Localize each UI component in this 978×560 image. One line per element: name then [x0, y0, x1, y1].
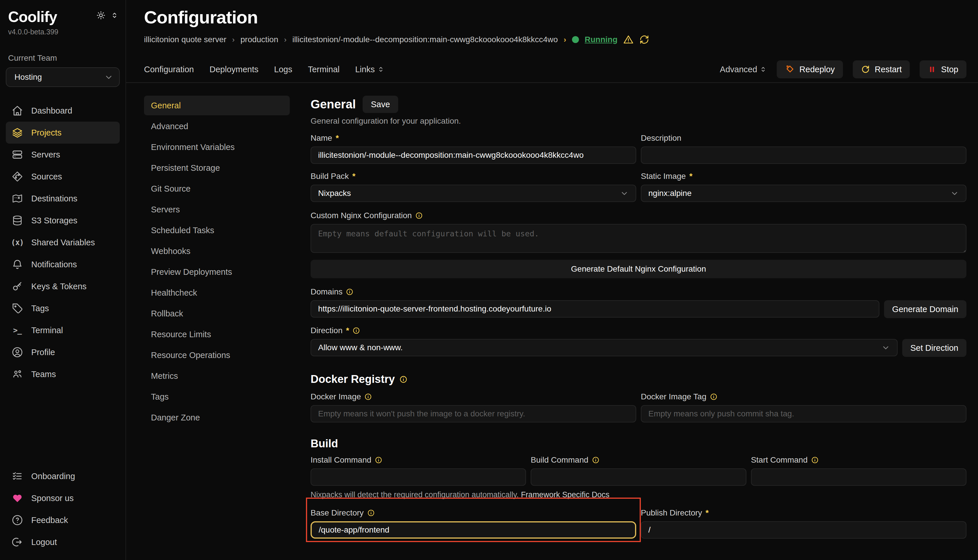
- app-version: v4.0.0-beta.399: [6, 25, 120, 36]
- info-icon[interactable]: [592, 456, 600, 464]
- sidebar-item-destinations[interactable]: Destinations: [6, 188, 120, 210]
- description-input[interactable]: [641, 147, 966, 164]
- custom-nginx-textarea[interactable]: [311, 224, 966, 253]
- breadcrumb-application[interactable]: illicitestonion/-module--decomposition:m…: [293, 35, 558, 44]
- docker-image-tag-input[interactable]: [641, 405, 966, 422]
- install-command-input[interactable]: [311, 468, 526, 486]
- sidebar-item-s3-storages[interactable]: S3 Storages: [6, 210, 120, 232]
- general-settings-form: General Save General configuration for y…: [311, 96, 966, 560]
- sidebar-item-teams[interactable]: Teams: [6, 363, 120, 385]
- sidebar-item-label: Terminal: [31, 326, 63, 335]
- generate-nginx-button[interactable]: Generate Default Nginx Configuration: [311, 260, 966, 278]
- direction-select[interactable]: Allow www & non-www.: [311, 339, 898, 356]
- sidebar-item-keys-tokens[interactable]: Keys & Tokens: [6, 275, 120, 297]
- subnav-item-resource-operations[interactable]: Resource Operations: [144, 345, 290, 365]
- sidebar-item-feedback[interactable]: Feedback: [6, 509, 120, 531]
- status-dot: [572, 36, 579, 43]
- variable-icon: (x): [12, 237, 23, 248]
- build-pack-select[interactable]: Nixpacks: [311, 185, 636, 202]
- theme-toggle-button[interactable]: [96, 10, 106, 20]
- save-button[interactable]: Save: [363, 96, 398, 113]
- tab-links[interactable]: Links: [355, 65, 385, 74]
- subnav-item-tags[interactable]: Tags: [144, 387, 290, 407]
- refresh-icon[interactable]: [639, 35, 649, 45]
- status-running-link[interactable]: Running: [585, 35, 618, 44]
- sidebar-item-sponsor-us[interactable]: Sponsor us: [6, 487, 120, 509]
- info-icon[interactable]: [811, 456, 819, 464]
- info-icon[interactable]: [346, 288, 353, 296]
- tab-terminal[interactable]: Terminal: [308, 65, 340, 74]
- set-direction-button[interactable]: Set Direction: [902, 339, 966, 357]
- sidebar-item-servers[interactable]: Servers: [6, 143, 120, 165]
- team-select[interactable]: Hosting: [6, 67, 120, 87]
- sidebar-item-tags[interactable]: Tags: [6, 297, 120, 319]
- subnav-item-resource-limits[interactable]: Resource Limits: [144, 325, 290, 344]
- stop-button[interactable]: Stop: [919, 60, 966, 78]
- sidebar-item-notifications[interactable]: Notifications: [6, 253, 120, 275]
- name-input[interactable]: [311, 147, 636, 164]
- sidebar-item-dashboard[interactable]: Dashboard: [6, 100, 120, 122]
- sidebar-item-sources[interactable]: Sources: [6, 165, 120, 188]
- info-icon[interactable]: [400, 375, 408, 383]
- tab-deployments[interactable]: Deployments: [210, 65, 259, 74]
- publish-directory-input[interactable]: [641, 521, 966, 538]
- coolify-app: Coolify v4.0.0-beta.399 Current Team Hos…: [0, 0, 978, 560]
- subnav-item-persistent-storage[interactable]: Persistent Storage: [144, 158, 290, 178]
- subnav-item-webhooks[interactable]: Webhooks: [144, 241, 290, 261]
- build-command-input[interactable]: [531, 468, 746, 486]
- sidebar-item-shared-variables[interactable]: (x) Shared Variables: [6, 232, 120, 253]
- advanced-dropdown[interactable]: Advanced: [720, 65, 767, 74]
- base-directory-input[interactable]: [311, 521, 636, 538]
- subnav-item-environment-variables[interactable]: Environment Variables: [144, 137, 290, 157]
- install-command-field-group: Install Command: [311, 455, 526, 486]
- subnav-item-advanced[interactable]: Advanced: [144, 117, 290, 136]
- info-icon[interactable]: [367, 509, 375, 517]
- subnav-item-servers[interactable]: Servers: [144, 200, 290, 219]
- sidebar-item-label: Sources: [31, 172, 62, 182]
- user-icon: [12, 347, 23, 358]
- publish-directory-label: Publish Directory: [641, 508, 702, 518]
- sidebar-item-logout[interactable]: Logout: [6, 531, 120, 553]
- sidebar-item-projects[interactable]: Projects: [6, 122, 120, 143]
- tab-configuration[interactable]: Configuration: [144, 65, 194, 74]
- generate-domain-button[interactable]: Generate Domain: [884, 300, 966, 318]
- sidebar-item-profile[interactable]: Profile: [6, 341, 120, 363]
- tab-logs[interactable]: Logs: [274, 65, 293, 74]
- description-label: Description: [641, 133, 681, 143]
- sidebar-item-label: Feedback: [31, 515, 68, 525]
- sidebar-item-onboarding[interactable]: Onboarding: [6, 465, 120, 487]
- start-command-input[interactable]: [751, 468, 966, 486]
- nixpacks-note: Nixpacks will detect the required config…: [311, 490, 966, 499]
- start-command-field-group: Start Command: [751, 455, 966, 486]
- breadcrumb-environment[interactable]: production: [240, 35, 278, 44]
- info-icon[interactable]: [353, 327, 360, 334]
- info-icon[interactable]: [710, 393, 717, 400]
- sidebar-item-label: Teams: [31, 370, 56, 379]
- docker-image-input[interactable]: [311, 405, 636, 422]
- server-icon: [12, 149, 23, 160]
- info-icon[interactable]: [364, 393, 372, 400]
- version-selector-button[interactable]: [110, 11, 119, 19]
- checklist-icon: [12, 470, 23, 482]
- framework-docs-link[interactable]: Framework Specific Docs: [521, 490, 609, 499]
- subnav-item-healthcheck[interactable]: Healthcheck: [144, 283, 290, 303]
- redeploy-button[interactable]: Redeploy: [777, 60, 843, 78]
- breadcrumb-project[interactable]: illicitonion quote server: [144, 35, 226, 44]
- subnav-item-git-source[interactable]: Git Source: [144, 179, 290, 198]
- heart-icon: [12, 492, 23, 504]
- subnav-item-scheduled-tasks[interactable]: Scheduled Tasks: [144, 220, 290, 240]
- warning-icon[interactable]: [623, 34, 634, 45]
- info-icon[interactable]: [375, 456, 382, 464]
- sidebar-item-terminal[interactable]: >_ Terminal: [6, 319, 120, 341]
- docker-image-tag-label: Docker Image Tag: [641, 392, 707, 402]
- domains-input[interactable]: [311, 300, 879, 318]
- subnav-item-rollback[interactable]: Rollback: [144, 304, 290, 323]
- restart-button[interactable]: Restart: [853, 60, 910, 78]
- static-image-select[interactable]: nginx:alpine: [641, 185, 966, 202]
- info-icon[interactable]: [415, 212, 423, 219]
- subnav-item-preview-deployments[interactable]: Preview Deployments: [144, 262, 290, 282]
- subnav-item-metrics[interactable]: Metrics: [144, 366, 290, 386]
- sidebar-item-label: Sponsor us: [31, 493, 74, 503]
- subnav-item-danger-zone[interactable]: Danger Zone: [144, 408, 290, 427]
- subnav-item-general[interactable]: General: [144, 96, 290, 115]
